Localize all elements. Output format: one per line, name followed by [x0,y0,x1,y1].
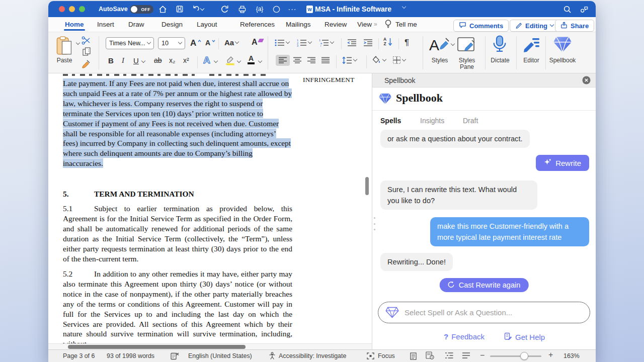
horizontal-scrollbar-thumb[interactable] [68,345,246,349]
spellbook-tab-insights[interactable]: Insights [420,117,444,125]
dictate-button[interactable] [491,35,508,54]
bold-button[interactable]: B [108,56,114,65]
document-title[interactable]: MSA - Infinite Software [315,5,391,13]
more-commands-icon[interactable]: ··· [287,4,298,14]
cut-scissors-icon[interactable] [82,36,91,45]
autocorrect-icon[interactable]: {a} [254,4,265,14]
tab-mailings[interactable]: Mailings [286,17,311,32]
underline-chevron-icon[interactable] [141,59,145,63]
zoom-slider-track[interactable] [490,355,541,357]
proofing-status-icon[interactable] [171,352,179,360]
focus-mode-button[interactable]: Focus [378,352,395,359]
outline-view-button[interactable] [445,352,453,359]
minimize-window-button[interactable] [69,6,75,12]
clear-formatting-button[interactable]: A [252,38,263,47]
shading-button[interactable] [372,56,386,64]
search-icon[interactable] [561,4,573,14]
zoom-in-button[interactable]: + [548,350,553,359]
align-left-button[interactable] [276,55,290,66]
tab-insert[interactable]: Insert [97,17,114,32]
section-heading[interactable]: 5.TERM AND TERMINATION [63,189,292,199]
page-indicator[interactable]: Page 3 of 6 [63,352,95,359]
format-painter-icon[interactable] [80,59,91,68]
change-case-button[interactable]: Aa [224,38,238,47]
tab-design[interactable]: Design [162,17,183,32]
presence-share-icon[interactable] [579,4,590,14]
tab-view[interactable]: View [357,17,372,32]
selected-paragraph[interactable]: Late payment. If any Fees are not paid w… [63,78,292,168]
multilevel-list-button[interactable]: 1ai [319,39,334,47]
save-icon[interactable] [174,4,185,14]
copy-icon[interactable] [83,47,91,56]
web-layout-view-button[interactable] [426,351,434,359]
clause-5-1[interactable]: 5.1Subject to earlier termination as pro… [63,204,292,263]
increase-indent-button[interactable] [363,39,373,47]
zoom-slider-thumb[interactable] [520,352,528,360]
underline-button[interactable]: U [133,56,139,65]
clause-5-2[interactable]: 5.2In addition to any other remedies it … [63,269,292,343]
close-window-button[interactable] [59,6,65,12]
undo-icon[interactable] [190,4,205,14]
subscript-button[interactable]: x₂ [169,56,175,64]
styles-button[interactable]: A [429,36,454,53]
tab-references[interactable]: References [240,17,275,32]
get-help-link[interactable]: Get Help [504,332,545,342]
spellbook-ribbon-button[interactable] [552,36,573,53]
paste-button[interactable] [55,36,73,55]
rewrite-button[interactable]: Rewrite [536,155,589,171]
share-button[interactable]: Share [555,20,594,32]
text-effects-button[interactable]: A [203,55,210,66]
tab-home[interactable]: Home [65,17,84,32]
close-pane-icon[interactable] [582,76,591,86]
redo-icon[interactable] [219,4,230,14]
zoom-window-button[interactable] [79,6,85,12]
cast-rewrite-again-button[interactable]: Cast Rewrite again [440,278,529,292]
pilcrow-button[interactable]: ¶ [405,38,409,48]
bullets-button[interactable] [275,39,289,47]
strikethrough-button[interactable]: ab [154,56,162,64]
autosave-toggle[interactable]: OFF [130,5,153,14]
language-indicator[interactable]: English (United States) [188,352,252,359]
vertical-scrollbar-thumb[interactable] [365,177,369,195]
grow-font-button[interactable]: A [190,38,201,48]
font-color-button[interactable]: A [248,55,255,64]
tell-me-button[interactable]: Tell me [395,17,417,32]
document-canvas[interactable]: INFRINGEMENT Late payment. If any Fees a… [48,73,372,343]
tab-overflow-chevrons-icon[interactable]: » [374,21,377,28]
home-icon[interactable] [157,4,168,14]
tab-layout[interactable]: Layout [197,17,217,32]
print-icon[interactable] [236,4,248,14]
spell-input-field[interactable] [405,302,581,323]
horizontal-scrollbar-track[interactable] [48,343,372,349]
font-size-combo[interactable]: 10 [158,37,185,49]
decrease-indent-button[interactable] [347,39,357,47]
title-chevron-icon[interactable] [402,5,406,9]
tab-draw[interactable]: Draw [128,17,144,32]
print-layout-view-button[interactable] [407,350,420,361]
align-right-button[interactable] [307,57,316,64]
justify-button[interactable] [321,57,330,64]
editor-button[interactable] [522,36,541,53]
font-color-chevron-icon[interactable] [258,59,262,63]
panel-resize-handle[interactable] [373,217,375,230]
spellbook-tab-draft[interactable]: Draft [463,117,478,125]
comments-button[interactable]: Comments [453,20,509,32]
paste-chevron-icon[interactable] [76,41,80,45]
word-count[interactable]: 93 of 1998 words [107,352,154,359]
zoom-out-button[interactable]: − [480,351,485,360]
font-name-combo[interactable]: Times New... [106,37,154,49]
draft-view-button[interactable] [462,352,470,359]
styles-pane-button[interactable] [457,36,477,53]
highlight-button[interactable] [225,55,235,66]
borders-button[interactable] [392,56,406,64]
line-spacing-button[interactable] [342,56,357,64]
superscript-button[interactable]: x² [183,56,189,64]
italic-button[interactable]: I [122,56,124,65]
shrink-font-button[interactable]: A [205,39,215,47]
text-effects-chevron-icon[interactable] [214,59,218,63]
spellbook-tab-spells[interactable]: Spells [380,117,401,125]
sort-button[interactable]: AZ [383,37,392,46]
highlight-chevron-icon[interactable] [237,59,241,63]
align-center-button[interactable] [293,57,302,64]
record-circle-icon[interactable] [271,4,282,14]
